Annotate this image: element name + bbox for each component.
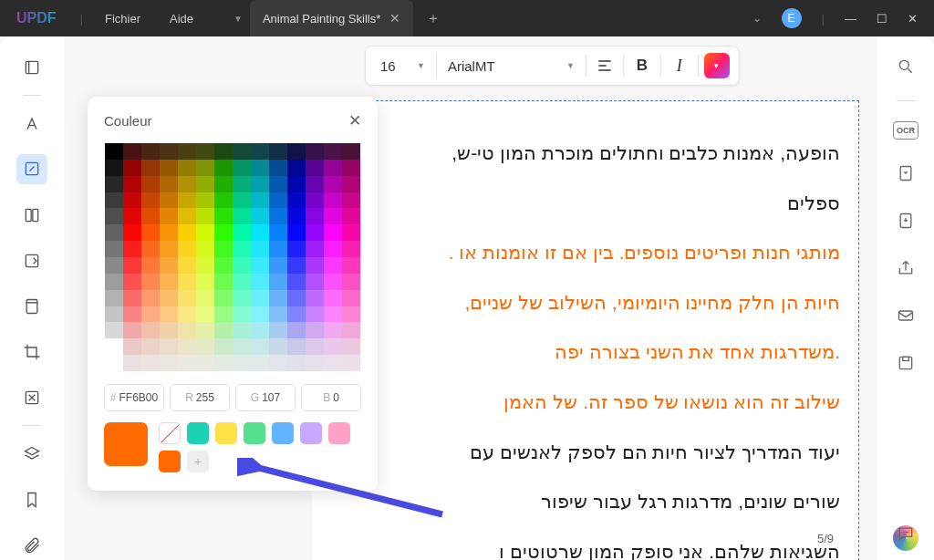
text-line[interactable]: מותגי חנות ופריטים נוספים. בין אם זו אומ… — [339, 228, 840, 278]
color-cell[interactable] — [123, 224, 141, 241]
color-cell[interactable] — [306, 274, 324, 290]
tab-close-icon[interactable]: ✕ — [389, 11, 400, 26]
color-cell[interactable] — [160, 224, 178, 241]
color-cell[interactable] — [251, 192, 269, 209]
color-cell[interactable] — [342, 338, 360, 355]
color-cell[interactable] — [178, 192, 196, 209]
menu-file[interactable]: Fichier — [90, 12, 155, 26]
color-cell[interactable] — [123, 208, 141, 224]
color-cell[interactable] — [160, 290, 178, 306]
color-cell[interactable] — [160, 160, 178, 176]
color-cell[interactable] — [324, 192, 342, 209]
g-input[interactable]: G107 — [235, 384, 296, 411]
color-cell[interactable] — [196, 224, 214, 241]
color-cell[interactable] — [269, 306, 287, 323]
preset-add[interactable]: + — [187, 451, 209, 472]
color-cell[interactable] — [141, 355, 160, 371]
color-cell[interactable] — [342, 143, 360, 160]
color-cell[interactable] — [123, 338, 141, 355]
color-cell[interactable] — [233, 338, 251, 355]
color-cell[interactable] — [251, 143, 269, 160]
color-cell[interactable] — [306, 241, 324, 257]
color-cell[interactable] — [214, 257, 233, 274]
b-input[interactable]: B0 — [301, 384, 361, 411]
save-icon[interactable] — [892, 349, 919, 377]
r-input[interactable]: R255 — [170, 384, 230, 411]
color-grid[interactable] — [105, 143, 360, 371]
bookmark-tool[interactable] — [16, 485, 47, 514]
color-cell[interactable] — [178, 322, 196, 338]
color-cell[interactable] — [105, 241, 123, 257]
protect-tool[interactable] — [16, 292, 47, 321]
text-line[interactable]: הופעה, אמנות כלבים וחתולים מוכרת המון טי… — [339, 129, 840, 179]
color-cell[interactable] — [141, 257, 160, 274]
color-cell[interactable] — [141, 208, 160, 224]
color-cell[interactable] — [105, 160, 123, 176]
comment-tool[interactable] — [16, 109, 47, 138]
color-cell[interactable] — [287, 322, 306, 338]
share-icon[interactable] — [892, 254, 919, 282]
color-cell[interactable] — [160, 338, 178, 355]
color-cell[interactable] — [269, 192, 287, 209]
color-cell[interactable] — [160, 322, 178, 338]
color-cell[interactable] — [342, 208, 360, 224]
preset-swatch[interactable] — [215, 422, 237, 444]
color-cell[interactable] — [287, 241, 306, 257]
color-cell[interactable] — [214, 176, 233, 192]
user-avatar[interactable]: E — [782, 8, 802, 28]
color-cell[interactable] — [324, 160, 342, 176]
color-cell[interactable] — [233, 241, 251, 257]
color-cell[interactable] — [196, 355, 214, 371]
color-cell[interactable] — [141, 306, 160, 323]
preset-swatch[interactable] — [187, 422, 209, 444]
color-cell[interactable] — [269, 338, 287, 355]
color-cell[interactable] — [141, 192, 160, 209]
color-cell[interactable] — [123, 322, 141, 338]
color-cell[interactable] — [160, 208, 178, 224]
color-cell[interactable] — [251, 208, 269, 224]
color-cell[interactable] — [306, 160, 324, 176]
color-cell[interactable] — [178, 143, 196, 160]
color-cell[interactable] — [251, 224, 269, 241]
color-cell[interactable] — [324, 338, 342, 355]
color-cell[interactable] — [233, 257, 251, 274]
document-page[interactable]: הופעה, אמנות כלבים וחתולים מוכרת המון טי… — [312, 100, 859, 560]
color-cell[interactable] — [233, 306, 251, 323]
color-cell[interactable] — [233, 290, 251, 306]
color-cell[interactable] — [196, 241, 214, 257]
color-cell[interactable] — [123, 257, 141, 274]
color-cell[interactable] — [105, 176, 123, 192]
color-cell[interactable] — [233, 160, 251, 176]
color-cell[interactable] — [214, 290, 233, 306]
attachment-tool[interactable] — [16, 531, 47, 560]
color-cell[interactable] — [196, 143, 214, 160]
color-cell[interactable] — [105, 322, 123, 338]
preset-swatch[interactable] — [300, 422, 322, 444]
preset-swatch[interactable] — [328, 422, 350, 444]
tab-dropdown-icon[interactable]: ▼ — [226, 14, 250, 24]
color-cell[interactable] — [342, 290, 360, 306]
color-cell[interactable] — [251, 290, 269, 306]
color-cell[interactable] — [287, 192, 306, 209]
color-cell[interactable] — [178, 274, 196, 290]
reader-tool[interactable] — [16, 53, 47, 82]
color-cell[interactable] — [141, 322, 160, 338]
font-size-dropdown[interactable]: 16 ▼ — [375, 58, 431, 74]
bold-button[interactable]: B — [629, 53, 655, 78]
color-cell[interactable] — [123, 143, 141, 160]
color-cell[interactable] — [306, 306, 324, 323]
color-cell[interactable] — [196, 160, 214, 176]
color-cell[interactable] — [251, 322, 269, 338]
color-cell[interactable] — [105, 355, 123, 371]
color-cell[interactable] — [324, 208, 342, 224]
color-cell[interactable] — [141, 176, 160, 192]
search-icon[interactable] — [892, 53, 919, 80]
close-icon[interactable]: ✕ — [348, 111, 361, 130]
ocr-button[interactable]: OCR — [893, 121, 918, 140]
color-cell[interactable] — [269, 274, 287, 290]
color-cell[interactable] — [214, 355, 233, 371]
color-cell[interactable] — [196, 208, 214, 224]
color-cell[interactable] — [105, 257, 123, 274]
compress-icon[interactable] — [892, 160, 919, 187]
color-cell[interactable] — [123, 241, 141, 257]
